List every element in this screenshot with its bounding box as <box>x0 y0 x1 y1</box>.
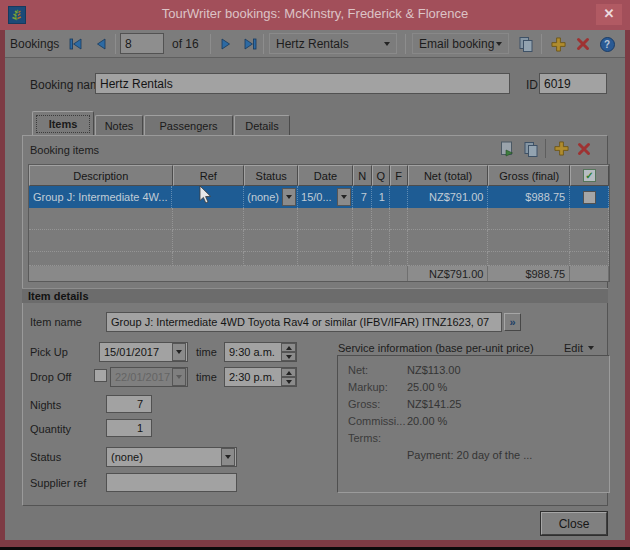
window-border-bottom <box>0 540 630 547</box>
tab-passengers[interactable]: Passengers <box>144 115 233 136</box>
column-header-net[interactable]: Net (total) <box>408 165 489 186</box>
booking-id-label: ID <box>526 78 538 92</box>
column-header-q[interactable]: Q <box>372 165 390 186</box>
pick-up-date-picker[interactable]: 15/01/2017 <box>99 342 188 362</box>
quantity-field[interactable]: 1 <box>106 419 152 437</box>
status-value: (none) <box>107 451 221 463</box>
email-booking-button[interactable]: Email booking <box>412 33 509 54</box>
chevron-down-icon <box>341 195 347 199</box>
service-commission-value: 20.00 % <box>407 415 447 427</box>
cell-date-combo[interactable]: 15/0... <box>298 186 353 208</box>
cell-nights: 7 <box>353 186 372 208</box>
copy-item-button[interactable] <box>522 139 540 158</box>
booking-selector-combo[interactable]: Hertz Rentals <box>269 33 397 54</box>
service-gross-label: Gross: <box>348 398 380 410</box>
delete-item-button[interactable] <box>574 139 594 158</box>
last-record-button[interactable] <box>239 34 261 54</box>
cell-description: Group J: Intermediate 4W... <box>29 186 172 208</box>
row-checkbox[interactable] <box>583 191 596 204</box>
toolbar-separator <box>545 139 546 158</box>
chevron-down-icon <box>496 42 502 46</box>
spinner-buttons[interactable] <box>281 343 296 361</box>
toolbar-separator <box>115 34 116 54</box>
cell-status-combo[interactable]: (none) <box>244 186 298 208</box>
pick-up-time-spinner[interactable]: 9:30 a.m. <box>224 342 297 362</box>
dropdown-button[interactable] <box>172 343 186 361</box>
table-row[interactable]: Group J: Intermediate 4W... (none) 15/0.… <box>29 186 609 208</box>
column-header-description[interactable]: Description <box>29 165 173 186</box>
add-booking-button[interactable] <box>547 34 569 54</box>
chevron-up-icon <box>286 346 292 350</box>
window-border-left <box>0 30 5 540</box>
copy-booking-button[interactable] <box>515 34 537 54</box>
service-commission-label: Commissi... <box>348 415 405 427</box>
status-dropdown[interactable]: (none) <box>106 447 237 467</box>
spin-up-button[interactable] <box>281 343 296 352</box>
first-record-button[interactable] <box>65 34 87 54</box>
dropdown-button[interactable] <box>282 188 296 206</box>
service-markup-value: 25.00 % <box>407 381 447 393</box>
booking-selector-value: Hertz Rentals <box>276 37 349 51</box>
pick-up-date-value: 15/01/2017 <box>100 346 172 358</box>
spinner-buttons[interactable] <box>281 368 296 386</box>
record-number-input[interactable] <box>120 33 164 54</box>
delete-x-icon <box>576 37 590 51</box>
supplier-ref-label: Supplier ref <box>30 477 86 489</box>
delete-booking-button[interactable] <box>572 34 594 54</box>
tab-focus-outline <box>36 115 90 133</box>
spin-down-button[interactable] <box>281 377 296 386</box>
column-header-select[interactable]: ✓ <box>570 165 609 186</box>
totals-spacer <box>29 266 408 282</box>
column-header-status[interactable]: Status <box>244 165 298 186</box>
drop-off-checkbox[interactable] <box>94 369 107 382</box>
column-header-f[interactable]: F <box>390 165 408 186</box>
column-header-date[interactable]: Date <box>298 165 353 186</box>
toolbar-separator <box>210 34 211 54</box>
service-info-title: Service information (base per-unit price… <box>338 342 534 354</box>
drop-off-time-label: time <box>196 371 217 383</box>
nights-field[interactable]: 7 <box>106 395 152 413</box>
chevron-down-icon <box>588 346 594 350</box>
tab-notes-label: Notes <box>105 120 134 132</box>
help-icon: ? <box>600 37 615 52</box>
booking-items-label: Booking items <box>30 144 99 156</box>
item-name-expand-button[interactable]: » <box>504 313 521 331</box>
item-name-field[interactable]: Group J: Intermediate 4WD Toyota Rav4 or… <box>106 312 502 332</box>
new-item-button[interactable] <box>498 139 516 158</box>
copy-icon <box>518 36 534 52</box>
drop-off-time-spinner[interactable]: 2:30 p.m. <box>224 367 297 387</box>
add-item-button[interactable] <box>551 139 571 158</box>
next-record-button[interactable] <box>216 34 234 54</box>
chevron-down-icon <box>384 42 390 46</box>
tab-items[interactable]: Items <box>32 111 94 136</box>
previous-record-button[interactable] <box>92 34 110 54</box>
pick-up-label: Pick Up <box>30 346 68 358</box>
toolbar-separator <box>541 34 542 54</box>
window-close-button[interactable]: ✕ <box>596 4 622 25</box>
service-info-edit-button[interactable]: Edit <box>564 342 594 354</box>
tab-notes[interactable]: Notes <box>95 115 143 136</box>
pick-up-time-value: 9:30 a.m. <box>225 346 281 358</box>
cell-f <box>390 186 408 208</box>
column-header-gross[interactable]: Gross (final) <box>488 165 570 186</box>
tab-passengers-label: Passengers <box>159 120 217 132</box>
column-header-n[interactable]: N <box>353 165 372 186</box>
cell-gross: $988.75 <box>488 186 570 208</box>
booking-name-input[interactable] <box>95 73 510 94</box>
cell-quantity: 1 <box>372 186 390 208</box>
dropdown-button[interactable] <box>337 188 351 206</box>
cell-select[interactable] <box>570 186 609 208</box>
dropdown-button[interactable] <box>221 448 235 466</box>
cell-status-value: (none) <box>247 191 279 203</box>
column-header-ref[interactable]: Ref <box>173 165 245 186</box>
supplier-ref-input[interactable] <box>106 473 237 492</box>
spin-down-button[interactable] <box>281 352 296 361</box>
record-count-label: of 16 <box>172 37 199 51</box>
window-title: TourWriter bookings: McKinstry, Frederic… <box>0 6 630 21</box>
help-button[interactable]: ? <box>596 34 618 54</box>
tab-details[interactable]: Details <box>234 115 290 136</box>
service-info-panel: Net: NZ$113.00 Markup: 25.00 % Gross: NZ… <box>337 355 610 493</box>
close-button[interactable]: Close <box>541 512 607 535</box>
email-booking-label: Email booking <box>419 37 494 51</box>
spin-up-button[interactable] <box>281 368 296 377</box>
